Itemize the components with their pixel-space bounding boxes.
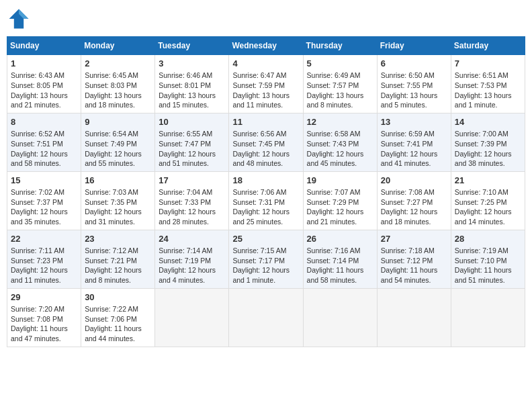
sunset-text: Sunset: 8:01 PM [159,81,225,91]
day-number: 8 [11,116,77,128]
daylight-text: Daylight: 13 hours and 5 minutes. [381,91,447,110]
sunrise-text: Sunrise: 6:50 AM [381,71,447,81]
sunrise-text: Sunrise: 7:18 AM [381,246,447,256]
sunrise-text: Sunrise: 7:04 AM [159,187,225,197]
sunset-text: Sunset: 7:59 PM [232,81,299,91]
daylight-text: Daylight: 12 hours and 41 minutes. [381,149,447,169]
day-number: 28 [455,233,521,245]
sunset-text: Sunset: 8:05 PM [11,81,77,91]
sunset-text: Sunset: 7:23 PM [11,256,77,266]
daylight-text: Daylight: 13 hours and 18 minutes. [85,91,151,110]
calendar-cell: 9Sunrise: 6:54 AMSunset: 7:49 PMDaylight… [81,113,155,171]
sunset-text: Sunset: 7:51 PM [11,139,77,149]
sunrise-text: Sunrise: 6:52 AM [11,129,77,139]
calendar-cell: 23Sunrise: 7:12 AMSunset: 7:21 PMDayligh… [81,230,155,288]
header-friday: Friday [377,37,451,55]
sunset-text: Sunset: 7:29 PM [307,197,373,208]
day-number: 16 [85,175,151,187]
sunrise-text: Sunrise: 7:12 AM [85,246,151,256]
calendar-week-2: 8Sunrise: 6:52 AMSunset: 7:51 PMDaylight… [7,113,525,171]
calendar-cell: 25Sunrise: 7:15 AMSunset: 7:17 PMDayligh… [229,230,303,288]
day-number: 17 [159,175,225,187]
page-header [7,7,525,31]
calendar-cell: 13Sunrise: 6:59 AMSunset: 7:41 PMDayligh… [377,113,451,171]
sunset-text: Sunset: 7:21 PM [85,256,151,266]
sunrise-text: Sunrise: 6:55 AM [159,129,225,139]
daylight-text: Daylight: 11 hours and 51 minutes. [455,265,521,285]
daylight-text: Daylight: 12 hours and 1 minute. [232,265,299,285]
sunrise-text: Sunrise: 7:03 AM [85,187,151,197]
daylight-text: Daylight: 11 hours and 44 minutes. [85,324,151,343]
calendar-cell: 12Sunrise: 6:58 AMSunset: 7:43 PMDayligh… [303,113,377,171]
day-number: 4 [232,58,299,70]
daylight-text: Daylight: 11 hours and 54 minutes. [381,265,447,285]
day-number: 13 [381,116,447,128]
day-number: 24 [159,233,225,245]
day-number: 14 [455,116,521,128]
calendar-cell: 11Sunrise: 6:56 AMSunset: 7:45 PMDayligh… [229,113,303,171]
sunrise-text: Sunrise: 6:43 AM [11,71,77,81]
sunset-text: Sunset: 7:43 PM [307,139,373,149]
sunset-text: Sunset: 7:47 PM [159,139,225,149]
daylight-text: Daylight: 12 hours and 4 minutes. [159,265,225,285]
day-number: 30 [85,291,151,304]
calendar-cell: 14Sunrise: 7:00 AMSunset: 7:39 PMDayligh… [451,113,525,171]
sunset-text: Sunset: 7:17 PM [232,256,299,266]
calendar-table: SundayMondayTuesdayWednesdayThursdayFrid… [7,36,525,347]
calendar-cell: 7Sunrise: 6:51 AMSunset: 7:53 PMDaylight… [451,55,525,113]
sunrise-text: Sunrise: 7:07 AM [307,187,373,197]
sunset-text: Sunset: 7:55 PM [381,81,447,91]
day-number: 22 [11,233,77,245]
day-number: 10 [159,116,225,128]
calendar-cell: 4Sunrise: 6:47 AMSunset: 7:59 PMDaylight… [229,55,303,113]
daylight-text: Daylight: 11 hours and 58 minutes. [307,265,373,285]
sunrise-text: Sunrise: 6:51 AM [455,71,521,81]
daylight-text: Daylight: 13 hours and 15 minutes. [159,91,225,110]
sunrise-text: Sunrise: 7:11 AM [11,246,77,256]
daylight-text: Daylight: 12 hours and 25 minutes. [232,207,299,226]
day-number: 2 [85,58,151,70]
header-wednesday: Wednesday [229,37,303,55]
header-saturday: Saturday [451,37,525,55]
day-number: 15 [11,175,77,187]
daylight-text: Daylight: 12 hours and 28 minutes. [159,207,225,226]
day-number: 27 [381,233,447,245]
daylight-text: Daylight: 12 hours and 21 minutes. [307,207,373,226]
calendar-cell [451,288,525,347]
daylight-text: Daylight: 12 hours and 55 minutes. [85,149,151,169]
sunrise-text: Sunrise: 7:16 AM [307,246,373,256]
sunrise-text: Sunrise: 7:08 AM [381,187,447,197]
day-number: 19 [307,175,373,187]
calendar-week-1: 1Sunrise: 6:43 AMSunset: 8:05 PMDaylight… [7,55,525,113]
sunrise-text: Sunrise: 7:22 AM [85,304,151,314]
sunset-text: Sunset: 7:19 PM [159,256,225,266]
header-monday: Monday [81,37,155,55]
daylight-text: Daylight: 12 hours and 35 minutes. [11,207,77,226]
daylight-text: Daylight: 12 hours and 48 minutes. [232,149,299,169]
calendar-cell: 27Sunrise: 7:18 AMSunset: 7:12 PMDayligh… [377,230,451,288]
calendar-cell: 19Sunrise: 7:07 AMSunset: 7:29 PMDayligh… [303,171,377,230]
logo [7,7,34,31]
calendar-cell: 26Sunrise: 7:16 AMSunset: 7:14 PMDayligh… [303,230,377,288]
calendar-cell: 28Sunrise: 7:19 AMSunset: 7:10 PMDayligh… [451,230,525,288]
daylight-text: Daylight: 12 hours and 51 minutes. [159,149,225,169]
calendar-cell [229,288,303,347]
sunset-text: Sunset: 7:27 PM [381,197,447,208]
sunset-text: Sunset: 7:12 PM [381,256,447,266]
header-tuesday: Tuesday [155,37,229,55]
day-number: 29 [11,291,77,304]
daylight-text: Daylight: 13 hours and 1 minute. [455,91,521,110]
sunrise-text: Sunrise: 6:56 AM [232,129,299,139]
calendar-week-5: 29Sunrise: 7:20 AMSunset: 7:08 PMDayligh… [7,288,525,347]
calendar-cell: 18Sunrise: 7:06 AMSunset: 7:31 PMDayligh… [229,171,303,230]
sunrise-text: Sunrise: 6:49 AM [307,71,373,81]
calendar-cell: 6Sunrise: 6:50 AMSunset: 7:55 PMDaylight… [377,55,451,113]
calendar-cell: 30Sunrise: 7:22 AMSunset: 7:06 PMDayligh… [81,288,155,347]
calendar-cell: 5Sunrise: 6:49 AMSunset: 7:57 PMDaylight… [303,55,377,113]
day-number: 23 [85,233,151,245]
sunset-text: Sunset: 7:41 PM [381,139,447,149]
sunset-text: Sunset: 7:37 PM [11,197,77,208]
daylight-text: Daylight: 12 hours and 38 minutes. [455,149,521,169]
day-number: 6 [381,58,447,70]
sunset-text: Sunset: 7:53 PM [455,81,521,91]
